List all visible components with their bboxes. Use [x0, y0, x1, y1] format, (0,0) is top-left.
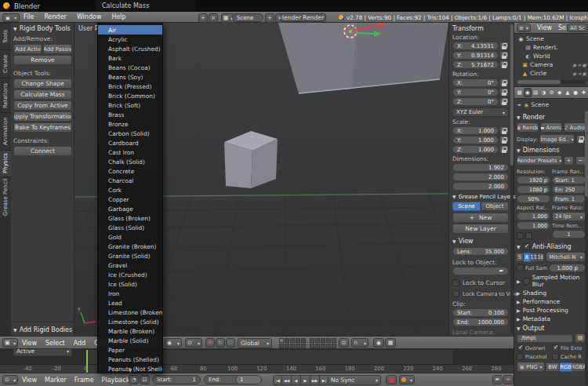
renderable-icon[interactable]: ▣ — [582, 71, 586, 76]
material-menu-item[interactable]: Acrylic — [98, 35, 162, 44]
object-tool-button[interactable]: Calculate Mass — [13, 89, 72, 100]
outliner-item-camera[interactable]: ▣ Camera ◉➔▣ — [514, 60, 588, 69]
animation-button[interactable]: ▬ Anima — [540, 122, 562, 133]
cache-result-checkbox[interactable] — [552, 353, 559, 360]
material-menu-item[interactable]: Bark — [98, 53, 162, 63]
pivot-point-dropdown[interactable]: ⊙ — [185, 338, 202, 348]
gp-new-button[interactable]: +New — [452, 213, 509, 223]
resolution-percentage-field[interactable]: 50% — [517, 195, 550, 203]
lock-icon[interactable] — [499, 42, 509, 50]
frame-start-field[interactable]: Start: 1 — [552, 176, 586, 184]
crop-checkbox[interactable] — [525, 232, 532, 239]
jump-to-start-button[interactable]: |◀ — [273, 375, 282, 385]
properties-scrollbar[interactable] — [585, 111, 588, 385]
menu-scroll-down-indicator[interactable]: ▼ — [98, 368, 162, 373]
location-field[interactable]: Z:5.71672 — [452, 60, 499, 69]
overwrite-checkbox[interactable] — [517, 344, 524, 351]
transform-panel-header[interactable]: Transform — [452, 25, 509, 32]
outliner-item-world[interactable]: ◐ World — [514, 52, 588, 60]
outliner-item-scene[interactable]: ◉ Scene — [514, 35, 588, 43]
full-sample-checkbox[interactable] — [517, 264, 524, 271]
viewport-menu[interactable]: Add — [74, 340, 86, 347]
frame-end-field[interactable]: En: 250 — [552, 185, 586, 194]
scene-selector[interactable]: Scene — [232, 13, 263, 22]
use-preview-range-icon[interactable]: ◔ — [129, 375, 139, 384]
properties-tab-icon[interactable]: ▤ — [532, 88, 539, 97]
keying-set-dropdown[interactable] — [399, 375, 415, 384]
properties-tab-icon[interactable]: ● — [572, 88, 579, 97]
material-menu-item[interactable]: Ice (Solid) — [98, 279, 162, 289]
properties-tab-icon[interactable]: ◆ — [556, 88, 563, 97]
rotate-manipulator-button[interactable]: ↻ — [216, 338, 225, 348]
renderable-icon[interactable]: ▣ — [582, 62, 586, 67]
preset-add-button[interactable]: + — [564, 156, 574, 166]
lock-icon[interactable] — [499, 51, 509, 60]
lock-icon[interactable] — [499, 60, 509, 69]
properties-tab-icon[interactable]: ▦ — [516, 88, 523, 97]
material-menu-item[interactable]: Charcoal — [98, 176, 162, 185]
material-menu-item[interactable]: Brick (Pressed) — [98, 82, 162, 91]
material-menu-item[interactable]: Granite (Solid) — [98, 251, 162, 260]
material-menu-item[interactable]: Concrete — [98, 166, 162, 176]
outliner-scrollbar[interactable] — [517, 80, 585, 84]
scale-field[interactable]: Z:1.000 — [452, 145, 499, 154]
resolution-x-field[interactable]: 1920 p — [517, 176, 550, 184]
object-tool-button[interactable]: Apply Transformation — [13, 111, 72, 122]
motion-blur-panel-header[interactable]: ▶Sampled Motion Blur — [517, 274, 586, 288]
play-reverse-button[interactable]: ◀ — [292, 375, 301, 385]
insert-keyframe-button[interactable]: ✒ — [492, 375, 503, 384]
collapsed-panel-header[interactable]: ▶Post Processing — [517, 307, 586, 314]
tool-shelf-tab[interactable]: Tools — [0, 23, 11, 49]
rotation-field[interactable]: Y:0° — [452, 88, 499, 96]
outliner-filter-dropdown[interactable]: All Sc — [567, 24, 588, 32]
output-panel-header[interactable]: ▼Output — [517, 325, 586, 332]
fps-dropdown[interactable]: 24 fps — [552, 212, 586, 221]
visibility-eye-icon[interactable]: ◉ — [572, 71, 576, 76]
object-tool-button[interactable]: Change Shape — [13, 78, 72, 89]
tool-shelf-tab[interactable]: Physics — [0, 150, 11, 177]
material-menu-item[interactable]: Iron — [98, 289, 162, 298]
cube-object[interactable] — [224, 131, 278, 188]
prev-keyframe-button[interactable]: ◀◀ — [282, 375, 292, 385]
outliner-menu-view[interactable]: View — [537, 24, 552, 31]
header-menu[interactable]: Window — [77, 13, 102, 20]
render-opengl-button[interactable]: ◉ — [373, 338, 384, 348]
header-menu[interactable]: File — [24, 13, 34, 20]
scene-add-button[interactable]: + — [265, 13, 274, 23]
material-menu-item[interactable]: Marble (Broken) — [98, 326, 162, 336]
lock-icon[interactable] — [499, 88, 509, 96]
aa-samples-button[interactable]: 5 — [517, 253, 524, 262]
border-checkbox[interactable] — [517, 232, 524, 239]
view-panel-header[interactable]: ▼View — [452, 238, 509, 245]
material-menu-item[interactable]: Cardboard — [98, 138, 162, 147]
outliner-editor-icon[interactable]: ≡ — [517, 24, 531, 32]
pixel-filter-size-field[interactable]: 1.000 p — [549, 264, 586, 272]
material-menu-item[interactable]: Brick (Soft) — [98, 100, 162, 110]
display-mode-dropdown[interactable]: Image Ed.. — [539, 134, 575, 144]
snap-magnet-icon[interactable]: ∩ — [351, 338, 368, 348]
outliner-item-circle[interactable]: ▲ Circle ◉➔▣ — [514, 69, 588, 78]
scale-field[interactable]: X:1.000 — [452, 126, 499, 135]
material-menu-item[interactable]: Gravel — [98, 260, 162, 270]
antialiasing-panel-header[interactable]: ▼Anti-Aliasing — [517, 243, 586, 250]
material-menu-item[interactable]: Cork — [98, 185, 162, 195]
scale-manipulator-button[interactable]: ⊡ — [226, 338, 235, 348]
aspect-y-field[interactable]: 1.000 — [517, 221, 550, 230]
material-menu-item[interactable]: Marble (Solid) — [98, 336, 162, 345]
aa-filter-dropdown[interactable]: Mitchell-N — [546, 252, 586, 262]
selectable-icon[interactable]: ➔ — [577, 71, 581, 76]
material-menu-item[interactable]: Limestone (Solid) — [98, 317, 162, 326]
viewport-menu[interactable]: View — [22, 340, 37, 347]
material-menu-item[interactable]: Copper — [98, 195, 162, 204]
npanel-scrollbar[interactable] — [510, 24, 514, 334]
motion-blur-checkbox[interactable] — [523, 278, 530, 285]
properties-tab-icon[interactable]: ✚ — [580, 88, 587, 97]
resolution-y-field[interactable]: 1080 p — [517, 185, 550, 194]
rigid-body-tools-panel-header[interactable]: ▼Rigid Body Tools — [13, 25, 72, 32]
tool-shelf-tab[interactable]: Relations — [0, 78, 11, 112]
auto-keyframe-record-button[interactable] — [386, 375, 397, 384]
dimension-field[interactable]: 2.000 — [452, 173, 509, 181]
antialiasing-checkbox[interactable] — [523, 243, 530, 250]
material-menu-item[interactable]: Glass (Broken) — [98, 213, 162, 223]
material-menu-item[interactable]: Garbage — [98, 204, 162, 213]
